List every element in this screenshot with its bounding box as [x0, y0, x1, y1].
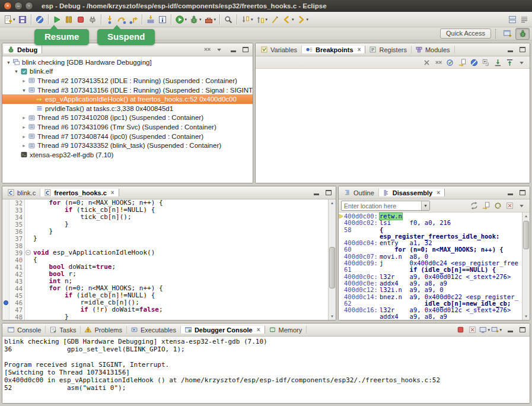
go-to-file-button[interactable] — [457, 57, 468, 68]
import-button[interactable] — [492, 57, 504, 68]
display-console-button[interactable]: ▾ — [479, 324, 490, 335]
disconnect-button[interactable] — [87, 13, 98, 26]
debug-tab-debug[interactable]: Debug — [4, 46, 42, 53]
view-menu-button[interactable] — [516, 200, 527, 211]
sync-button[interactable] — [469, 200, 480, 211]
debug-tree-item[interactable]: ▸Thread #6 1073431096 (Tmr Svc) (Suspend… — [2, 122, 253, 132]
debug-perspective-button[interactable] — [515, 28, 530, 40]
maximize-view-button[interactable] — [517, 188, 527, 198]
right-tab-modules[interactable]: Modules — [412, 46, 455, 53]
console-tab-problems[interactable]: Problems — [81, 326, 126, 334]
go-to-file-button[interactable] — [480, 200, 492, 211]
disasm-tab-disassembly[interactable]: Disassembly× — [379, 189, 445, 196]
console-output[interactable]: blink checking [GDB Hardware Debugging] … — [2, 337, 530, 403]
console-tab-executables[interactable]: Executables — [127, 326, 181, 334]
disassembly-listing[interactable]: 400d0c00:retw.n400d0c02:lsi f0, a0, 2165… — [339, 212, 522, 320]
right-tab-variables[interactable]: Variables — [257, 46, 302, 53]
expand-arrow-icon[interactable]: ▸ — [20, 124, 28, 130]
open-console-button[interactable]: ▾ — [490, 324, 502, 335]
editor-list-button[interactable] — [518, 13, 530, 26]
clear-button[interactable] — [467, 324, 478, 335]
combo-dropdown-icon[interactable]: ▾ — [421, 201, 429, 210]
prev-annotation-button[interactable]: ▾ — [254, 13, 269, 26]
folding-ruler[interactable]: − — [25, 199, 31, 320]
terminate-button[interactable] — [455, 324, 466, 335]
editor-tab-freertos-hooks-c[interactable]: freertos_hooks.c× — [40, 189, 119, 196]
console-tab-tasks[interactable]: Tasks — [46, 326, 81, 334]
suspend-button[interactable] — [63, 13, 75, 26]
minimize-view-button[interactable] — [505, 325, 515, 335]
scroll-down-button[interactable]: ▾ — [329, 313, 336, 320]
location-input[interactable]: Enter location here — [342, 202, 421, 210]
debug-tree-item[interactable]: xtensa-esp32-elf-gdb (7.10) — [2, 150, 253, 160]
export-button[interactable] — [504, 57, 515, 68]
breakpoint-marker[interactable] — [4, 300, 8, 305]
refresh-button[interactable] — [492, 200, 504, 211]
minimize-view-button[interactable] — [505, 45, 515, 55]
remove-all-button[interactable] — [202, 44, 213, 55]
tab-close-icon[interactable]: × — [437, 189, 440, 196]
maximize-view-button[interactable] — [517, 45, 527, 55]
open-perspective-button[interactable] — [500, 28, 514, 40]
tab-close-icon[interactable]: × — [358, 46, 361, 53]
remove-button[interactable] — [421, 57, 432, 68]
maximize-view-button[interactable] — [323, 188, 333, 198]
console-tab-debugger-console[interactable]: Debugger Console× — [181, 326, 265, 334]
last-edit-button[interactable] — [269, 13, 281, 26]
debug-tree-item[interactable]: ▾blink.elf — [2, 67, 253, 77]
new-button[interactable]: ▾ — [2, 13, 17, 26]
debug-tree-item[interactable]: ▸Thread #9 1073433352 (blink_task) (Susp… — [2, 141, 253, 150]
minimize-view-button[interactable] — [505, 188, 515, 198]
debug-tree-item[interactable]: prvIdleTask() at tasks.c:3,338 0x400845d… — [2, 104, 253, 113]
maximize-view-button[interactable] — [240, 45, 250, 55]
search-button[interactable] — [222, 13, 234, 26]
minimized-views-button[interactable] — [506, 13, 518, 26]
fold-collapse-icon[interactable]: − — [26, 250, 31, 255]
window-maximize-button[interactable]: ▫ — [25, 2, 33, 10]
debug-tree-item[interactable]: ▸Thread #7 1073408744 (ipc0) (Suspended … — [2, 132, 253, 141]
debug-tree-item[interactable]: ▸Thread #2 1073413512 (IDLE : Running) (… — [2, 76, 253, 85]
disassembly-scrollbar[interactable]: ▴ ▾ — [522, 212, 530, 320]
view-menu-button[interactable] — [214, 44, 225, 55]
debug-tree-item[interactable]: ▾Thread #3 1073413156 (IDLE : Running) (… — [2, 85, 253, 95]
step-return-button[interactable] — [128, 13, 139, 26]
scroll-up-button[interactable]: ▴ — [523, 212, 530, 220]
debug-tree[interactable]: ▾blink checking [GDB Hardware Debugging]… — [2, 56, 253, 183]
expand-all-button[interactable] — [480, 57, 492, 68]
show-supported-button[interactable] — [445, 57, 456, 68]
console-tab-memory[interactable]: Memory — [265, 326, 307, 334]
window-close-button[interactable]: × — [4, 2, 12, 10]
editor-vertical-scrollbar[interactable]: ▴ ▾ — [328, 199, 336, 320]
resume-button[interactable] — [51, 13, 63, 26]
step-over-button[interactable] — [116, 13, 128, 26]
line-number-ruler[interactable]: 3233343536373839404142434445464748 — [9, 199, 25, 320]
remove-all-button[interactable] — [433, 57, 444, 68]
view-menu-button[interactable] — [516, 57, 527, 68]
step-into-button[interactable] — [104, 13, 116, 26]
window-minimize-button[interactable]: – — [14, 2, 23, 10]
tab-close-icon[interactable]: × — [111, 189, 114, 196]
debug-tree-item[interactable]: esp_vApplicationIdleHook() at freertos_h… — [2, 94, 253, 104]
expand-arrow-icon[interactable]: ▸ — [20, 78, 28, 84]
debug-tree-item[interactable]: ▸Thread #5 1073410208 (ipc1) (Suspended … — [2, 113, 253, 123]
skip-all-button[interactable] — [469, 57, 480, 68]
scrollbar-thumb[interactable] — [523, 221, 529, 249]
scroll-up-button[interactable]: ▴ — [329, 199, 336, 207]
expand-arrow-icon[interactable]: ▸ — [20, 142, 28, 148]
instruction-stepping-button[interactable] — [157, 13, 168, 26]
scrollbar-thumb[interactable] — [329, 247, 335, 288]
right-tab-registers[interactable]: Registers — [365, 46, 411, 53]
save-button[interactable] — [17, 13, 28, 26]
external-tools-button[interactable]: ▾ — [203, 13, 218, 26]
terminate-button[interactable] — [75, 13, 87, 26]
drop-to-frame-button[interactable] — [145, 13, 157, 26]
debug-tree-item[interactable]: ▾blink checking [GDB Hardware Debugging] — [2, 58, 253, 67]
disasm-tab-outline[interactable]: Outline — [340, 189, 379, 196]
console-tab-console[interactable]: Console — [4, 326, 46, 334]
expand-arrow-icon[interactable]: ▸ — [20, 115, 28, 120]
run-button[interactable]: ▾ — [174, 13, 189, 26]
skip-breakpoints-button[interactable] — [34, 13, 46, 26]
next-annotation-button[interactable]: ▾ — [240, 13, 254, 26]
annotation-ruler[interactable] — [2, 199, 9, 320]
minimize-view-button[interactable] — [228, 45, 238, 55]
